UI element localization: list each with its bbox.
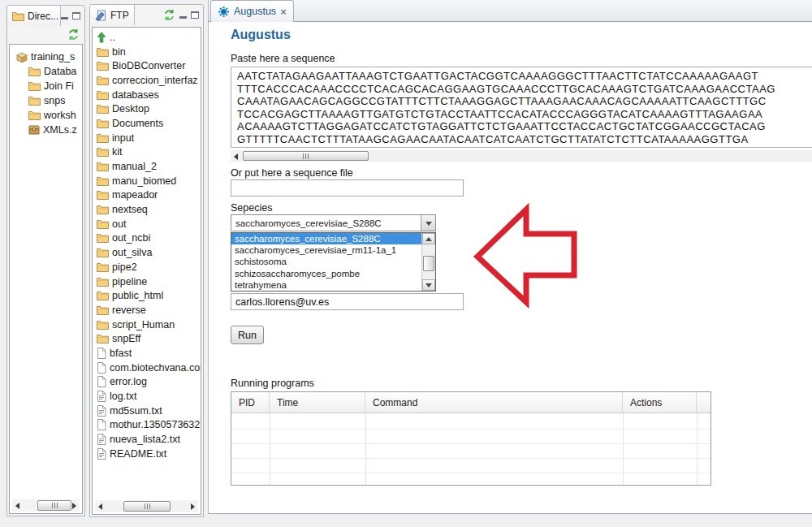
editor-tab-bar: Augustus × xyxy=(209,0,812,22)
folder-icon xyxy=(97,277,109,287)
dropdown-option[interactable]: tetrahymena xyxy=(231,279,421,291)
sequence-file-input[interactable] xyxy=(231,179,464,197)
sequence-textarea[interactable]: AATCTATAGAAGAATTAAAGTCTGAATTGACTACGGTCAA… xyxy=(231,67,812,148)
scroll-up-icon[interactable] xyxy=(422,233,435,244)
list-item[interactable]: bin xyxy=(93,45,201,59)
tree-item[interactable]: worksh xyxy=(10,108,82,123)
scroll-left-icon[interactable] xyxy=(12,499,23,512)
scrollbar-track xyxy=(241,150,812,162)
maximize-icon[interactable] xyxy=(191,11,199,19)
minimize-icon[interactable] xyxy=(179,16,187,19)
tab-augustus[interactable]: Augustus × xyxy=(210,0,294,22)
list-item[interactable]: log.txt xyxy=(93,389,201,404)
tab-ftp[interactable]: FTP xyxy=(90,5,135,25)
list-item[interactable]: nueva_lista2.txt xyxy=(93,432,201,447)
scrollbar-thumb[interactable] xyxy=(243,151,369,161)
refresh-icon[interactable] xyxy=(163,9,175,21)
scrollbar-thumb[interactable] xyxy=(37,500,71,511)
list-item[interactable]: mothur.1350573632.logfi xyxy=(93,418,201,433)
list-item[interactable]: public_html xyxy=(93,288,201,303)
textfile-icon xyxy=(97,448,106,460)
list-item[interactable]: md5sum.txt xyxy=(93,404,201,418)
workbench: { "colors": { "accent_blue": "#26679f", … xyxy=(0,0,812,527)
tree-item[interactable]: XMLs.z xyxy=(10,123,82,137)
folder-icon xyxy=(28,67,41,76)
dropdown-option[interactable]: schistosoma xyxy=(231,256,421,267)
folder-icon xyxy=(97,119,109,128)
list-item[interactable]: .. xyxy=(93,30,201,45)
folder-icon xyxy=(97,305,109,315)
tree-item[interactable]: snps xyxy=(10,93,82,108)
list-item[interactable]: mapeador xyxy=(93,188,201,203)
scrollbar-thumb[interactable] xyxy=(123,501,171,512)
tree-item[interactable]: Databa xyxy=(10,64,82,79)
list-item-label: pipe2 xyxy=(112,261,137,273)
list-item[interactable]: databases xyxy=(93,88,201,102)
folder-icon xyxy=(28,110,41,120)
list-item[interactable]: BioDBConverter xyxy=(93,58,201,73)
maximize-icon[interactable] xyxy=(72,12,80,19)
list-item[interactable]: input xyxy=(93,131,201,145)
list-item-label: BioDBConverter xyxy=(112,60,185,71)
list-item[interactable]: snpEff xyxy=(93,331,201,346)
list-item-label: nextseq xyxy=(112,204,148,215)
folder-icon xyxy=(97,219,109,229)
list-item[interactable]: bfast xyxy=(93,346,201,361)
scroll-right-icon[interactable] xyxy=(188,500,198,512)
up-icon xyxy=(97,32,106,43)
list-item-label: databases xyxy=(112,89,159,101)
list-item[interactable]: reverse xyxy=(93,303,201,317)
list-item[interactable]: nextseq xyxy=(93,202,201,217)
scroll-left-icon[interactable] xyxy=(231,150,241,162)
list-item[interactable]: error.log xyxy=(93,375,201,390)
list-item[interactable]: kit xyxy=(93,145,201,160)
list-item[interactable]: README.txt xyxy=(93,447,201,461)
list-item-label: md5sum.txt xyxy=(110,405,162,417)
scrollbar-track xyxy=(106,500,188,512)
dropdown-option[interactable]: saccharomyces_cerevisiae_rm11-1a_1 xyxy=(231,244,421,256)
folder-icon xyxy=(97,133,109,143)
sequence-hscrollbar xyxy=(231,150,812,162)
sequence-file-label: Or put here a sequence file xyxy=(231,167,353,179)
close-icon[interactable]: × xyxy=(280,6,287,17)
directory-panel: Direc... training_s Databa xyxy=(6,5,85,516)
list-item[interactable]: manual_2 xyxy=(93,159,201,174)
dropdown-option-label: tetrahymena xyxy=(235,280,287,290)
scrollbar-thumb[interactable] xyxy=(423,256,434,271)
folder-icon xyxy=(97,176,109,186)
chevron-down-icon[interactable] xyxy=(421,215,435,231)
list-item[interactable]: pipe2 xyxy=(93,260,201,274)
table-header-cell: Actions xyxy=(623,392,697,413)
list-item[interactable]: script_Human xyxy=(93,317,201,332)
list-item[interactable]: out xyxy=(93,217,201,231)
minimize-icon[interactable] xyxy=(61,17,68,19)
dropdown-option[interactable]: saccharomyces_cerevisiae_S288C xyxy=(231,233,421,244)
list-item[interactable]: Desktop xyxy=(93,102,201,116)
table-header-cell: PID xyxy=(231,392,270,413)
list-item[interactable]: com.biotechvana.comm xyxy=(93,361,201,375)
tree-item[interactable]: Join Fi xyxy=(10,79,82,93)
tab-directory[interactable]: Direc... xyxy=(7,6,61,26)
species-combobox[interactable]: saccharomyces_cerevisiae_S288C xyxy=(231,214,436,231)
list-item-label: nueva_lista2.txt xyxy=(110,434,180,445)
list-item[interactable]: correccion_interfaz xyxy=(93,73,201,88)
refresh-icon[interactable] xyxy=(67,28,80,41)
scroll-left-icon[interactable] xyxy=(95,500,106,512)
scroll-down-icon[interactable] xyxy=(422,279,435,291)
run-button[interactable]: Run xyxy=(231,326,264,344)
list-item[interactable]: pipeline xyxy=(93,274,201,289)
list-item-label: kit xyxy=(112,146,123,158)
list-item[interactable]: out_ncbi xyxy=(93,231,201,246)
ftp-panel: FTP .. bin BioDBCon xyxy=(89,4,204,517)
archive-icon xyxy=(28,125,40,135)
directory-tree: training_s Databa Join Fi snps xyxy=(10,45,82,137)
list-item[interactable]: manu_biomed xyxy=(93,174,201,188)
tree-item[interactable]: training_s xyxy=(10,50,82,64)
list-item-label: pipeline xyxy=(112,276,147,287)
table-header-cell: Time xyxy=(270,392,365,413)
email-input[interactable] xyxy=(231,293,464,310)
list-item-label: mothur.1350573632.logfi xyxy=(110,419,201,430)
list-item[interactable]: Documents xyxy=(93,116,201,131)
dropdown-option[interactable]: schizosaccharomyces_pombe xyxy=(231,268,421,279)
list-item[interactable]: out_silva xyxy=(93,245,201,260)
